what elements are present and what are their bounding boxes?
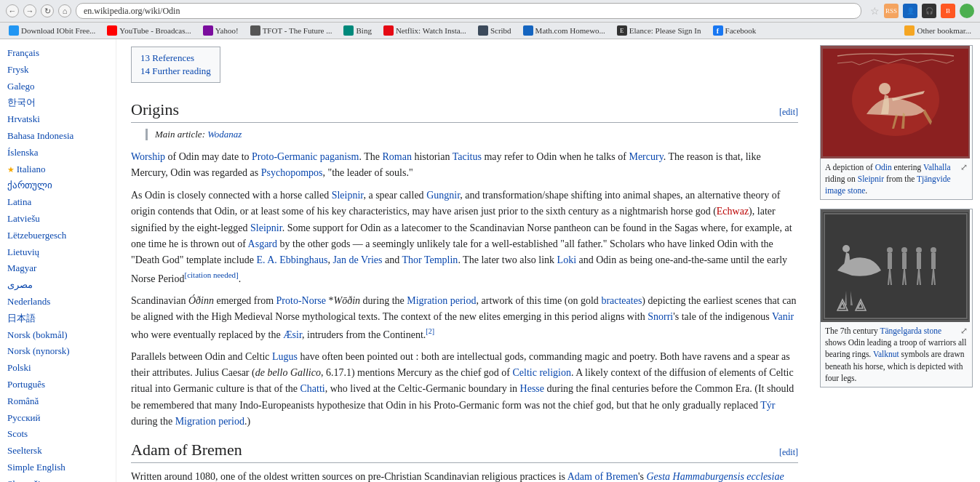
tangelgarda-link[interactable]: Tängelgarda stone (880, 326, 941, 335)
bookmark-youtube[interactable]: YouTube - Broadcas... (103, 24, 195, 37)
bookmark-iobit[interactable]: Download IObit Free... (4, 24, 100, 37)
back-button[interactable]: ← (6, 4, 19, 17)
sidebar-item-nederlands[interactable]: Nederlands (7, 294, 108, 310)
sidebar-item-bahasa[interactable]: Bahasa Indonesia (7, 128, 108, 145)
main-article-wodanaz: Main article: Wodanaz (146, 129, 798, 140)
sidebar-item-italiano[interactable]: Italiano (7, 161, 108, 178)
gesta-link[interactable]: Gesta Hammaburgensis ecclesiae pontificu… (131, 471, 784, 482)
roman-link[interactable]: Roman (382, 151, 411, 162)
mercury-link[interactable]: Mercury (629, 151, 663, 162)
asgard-link[interactable]: Asgard (248, 238, 277, 249)
celtic-religion-link[interactable]: Celtic religion (513, 367, 571, 378)
origins-para-3: Scandinavian Óðinn emerged from Proto-No… (131, 293, 798, 343)
forward-button[interactable]: → (23, 4, 36, 17)
loki-link[interactable]: Loki (557, 254, 576, 265)
sidebar-item-latviesu[interactable]: Latviešu (7, 211, 108, 228)
netflix-icon (383, 25, 394, 36)
migration-period-link1[interactable]: Migration period (407, 295, 476, 306)
citation-needed-1[interactable]: [citation needed] (185, 270, 239, 279)
migration-period-link2[interactable]: Migration period (175, 416, 244, 427)
gungnir-link[interactable]: Gungnir (426, 190, 460, 201)
sidebar-item-polski[interactable]: Polski (7, 360, 108, 377)
sleipnir-link2[interactable]: Sleipnir (250, 222, 282, 233)
sidebar-item-norsk-nynorsk[interactable]: Norsk (nynorsk) (7, 343, 108, 360)
sidebar-item-islenska[interactable]: Íslenska (7, 145, 108, 161)
ebbinghaus-link[interactable]: E. A. Ebbinghaus (256, 254, 327, 265)
expand-icon-1[interactable]: ⤢ (960, 161, 968, 173)
bookmark-mathcom[interactable]: Math.com Homewo... (519, 24, 610, 37)
sidebar-item-simple-english[interactable]: Simple English (7, 459, 108, 476)
adam-of-bremen-link[interactable]: Adam of Bremen (567, 471, 638, 482)
devries-link[interactable]: Jan de Vries (332, 254, 382, 265)
reload-button[interactable]: ↻ (41, 4, 54, 17)
tyr-link[interactable]: Týr (760, 400, 775, 411)
toc-item-references[interactable]: 13 References (140, 52, 211, 65)
bookmark-netflix[interactable]: Netflix: Watch Insta... (379, 24, 471, 37)
bookmark-yahoo[interactable]: Yahoo! (199, 24, 243, 37)
origins-edit-link[interactable]: [edit] (779, 107, 798, 118)
image-box-odin-valhalla: ⤢ A depiction of Odin entering Valhalla … (820, 45, 973, 200)
sidebar-item-masry[interactable]: مصرى (7, 277, 108, 294)
expand-icon-2[interactable]: ⤢ (960, 325, 968, 337)
origins-title: Origins (131, 100, 179, 119)
sidebar-item-norsk-bokmal[interactable]: Norsk (bokmål) (7, 327, 108, 344)
toc-item-further-reading[interactable]: 14 Further reading (140, 65, 211, 78)
proto-germanic-link[interactable]: Proto-Germanic paganism (252, 151, 359, 162)
sidebar-item-letzebuerg[interactable]: Lëtzebuergesch (7, 228, 108, 244)
thor-templin-link[interactable]: Thor Templin (402, 254, 458, 265)
worship-link[interactable]: Worship (131, 151, 165, 162)
tjangvide-link[interactable]: Tjängvide image stone (825, 174, 951, 195)
scribd-icon (478, 25, 488, 36)
more-bookmarks[interactable]: Other bookmar... (900, 24, 976, 37)
chatti-link[interactable]: Chatti (300, 383, 324, 394)
psychopompos-link[interactable]: Psychopompos (261, 167, 323, 178)
sidebar-item-lietuviu[interactable]: Lietuvių (7, 244, 108, 261)
sidebar-item-frysk[interactable]: Frysk (7, 62, 108, 79)
svg-point-13 (916, 247, 922, 253)
sidebar-item-seeltersk[interactable]: Seeltersk (7, 443, 108, 459)
odin-link-cap1[interactable]: Odin (875, 163, 892, 172)
snorri-link[interactable]: Snorri (648, 311, 673, 322)
svg-rect-14 (917, 253, 921, 269)
bookmark-scribd[interactable]: Scribd (474, 24, 516, 37)
sidebar-item-slovencina[interactable]: Slovenčina (7, 476, 108, 482)
bookmark-elance[interactable]: E Elance: Please Sign In (613, 24, 706, 37)
sidebar-item-scots[interactable]: Scots (7, 426, 108, 443)
bookmark-bing[interactable]: Bing (339, 24, 375, 37)
odin-valhalla-image (821, 46, 970, 158)
hesse-link[interactable]: Hesse (520, 383, 544, 394)
sidebar-item-hrvatski[interactable]: Hrvatski (7, 111, 108, 128)
tacitus-link[interactable]: Tacitus (453, 151, 482, 162)
adam-of-bremen-edit-link[interactable]: [edit] (779, 447, 798, 458)
sidebar-item-francais[interactable]: Français (7, 45, 108, 62)
lugus-link[interactable]: Lugus (272, 351, 298, 362)
home-button[interactable]: ⌂ (58, 4, 71, 17)
sidebar-item-magyar[interactable]: Magyar (7, 260, 108, 277)
valknut-link[interactable]: Valknut (873, 350, 899, 358)
bracteates-link[interactable]: bracteates (601, 295, 642, 306)
headphone-icon: 🎧 (922, 4, 936, 18)
address-bar[interactable]: en.wikipedia.org/wiki/Odin (76, 3, 861, 19)
sidebar-item-georgian[interactable]: ქართული (7, 177, 108, 194)
sidebar-item-romana[interactable]: Română (7, 393, 108, 410)
bookmark-facebook[interactable]: f Facebook (709, 24, 761, 37)
sidebar-item-korean[interactable]: 한국어 (7, 95, 108, 111)
sidebar-item-japanese[interactable]: 日本語 (7, 310, 108, 327)
sleipnir-link-cap[interactable]: Sleipnir (858, 174, 884, 183)
bookmark-star[interactable]: ☆ (870, 5, 880, 17)
proto-norse-link[interactable]: Proto-Norse (276, 295, 326, 306)
facebook-icon: f (713, 25, 723, 36)
vanir-link[interactable]: Vanir (772, 311, 794, 322)
sidebar-item-russian[interactable]: Русский (7, 410, 108, 427)
folder-icon (904, 25, 915, 36)
echwaz-link[interactable]: Echwaz (717, 206, 749, 217)
sidebar-item-portugues[interactable]: Português (7, 377, 108, 393)
valhalla-link-cap[interactable]: Valhalla (923, 163, 951, 172)
aesir-link[interactable]: Æsir (283, 329, 302, 340)
ref-2[interactable]: [2] (426, 327, 434, 335)
bookmark-tfot[interactable]: TFOT - The Future ... (246, 24, 337, 37)
sidebar-item-latina[interactable]: Latina (7, 194, 108, 211)
sleipnir-link1[interactable]: Sleipnir (332, 190, 364, 201)
sidebar-item-galego[interactable]: Galego (7, 79, 108, 95)
wodanaz-link[interactable]: Wodanaz (207, 129, 242, 140)
